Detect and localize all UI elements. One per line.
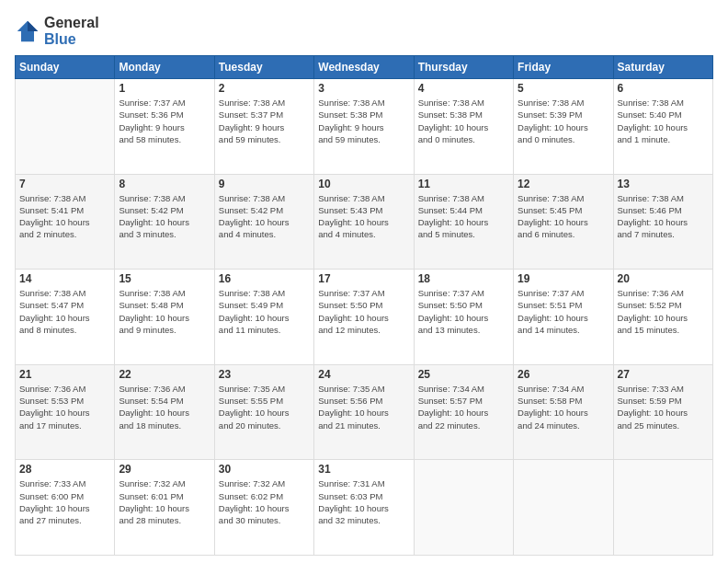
calendar-cell: 6Sunrise: 7:38 AM Sunset: 5:40 PM Daylig… [613, 79, 712, 175]
day-number: 21 [19, 368, 110, 381]
calendar-cell: 26Sunrise: 7:34 AM Sunset: 5:58 PM Dayli… [514, 364, 613, 460]
day-info: Sunrise: 7:38 AM Sunset: 5:42 PM Dayligh… [119, 192, 210, 241]
day-info: Sunrise: 7:32 AM Sunset: 6:01 PM Dayligh… [119, 477, 210, 526]
day-info: Sunrise: 7:35 AM Sunset: 5:55 PM Dayligh… [219, 383, 310, 431]
day-info: Sunrise: 7:38 AM Sunset: 5:43 PM Dayligh… [318, 192, 409, 241]
day-info: Sunrise: 7:38 AM Sunset: 5:44 PM Dayligh… [418, 192, 509, 241]
day-header-thursday: Thursday [414, 56, 513, 79]
calendar-cell: 13Sunrise: 7:38 AM Sunset: 5:46 PM Dayli… [613, 174, 712, 270]
day-header-sunday: Sunday [16, 56, 115, 79]
calendar-cell [16, 79, 115, 175]
day-info: Sunrise: 7:38 AM Sunset: 5:38 PM Dayligh… [318, 97, 409, 145]
day-info: Sunrise: 7:38 AM Sunset: 5:47 PM Dayligh… [19, 287, 110, 336]
day-number: 3 [318, 82, 409, 95]
calendar-cell: 30Sunrise: 7:32 AM Sunset: 6:02 PM Dayli… [214, 460, 313, 556]
day-number: 1 [119, 82, 210, 95]
day-number: 7 [19, 178, 110, 190]
day-number: 19 [518, 272, 609, 285]
day-info: Sunrise: 7:35 AM Sunset: 5:56 PM Dayligh… [318, 383, 409, 431]
calendar-cell: 29Sunrise: 7:32 AM Sunset: 6:01 PM Dayli… [115, 460, 214, 556]
svg-marker-1 [28, 21, 38, 31]
day-number: 16 [219, 272, 310, 285]
day-number: 26 [518, 368, 609, 381]
day-info: Sunrise: 7:37 AM Sunset: 5:51 PM Dayligh… [518, 287, 609, 336]
calendar-week-2: 7Sunrise: 7:38 AM Sunset: 5:41 PM Daylig… [16, 174, 713, 270]
day-number: 22 [119, 368, 210, 381]
calendar-cell: 5Sunrise: 7:38 AM Sunset: 5:39 PM Daylig… [514, 79, 613, 175]
day-number: 5 [518, 82, 609, 95]
calendar-cell: 8Sunrise: 7:38 AM Sunset: 5:42 PM Daylig… [115, 174, 214, 270]
calendar-cell: 16Sunrise: 7:38 AM Sunset: 5:49 PM Dayli… [214, 270, 313, 365]
calendar-cell: 19Sunrise: 7:37 AM Sunset: 5:51 PM Dayli… [514, 270, 613, 365]
day-info: Sunrise: 7:38 AM Sunset: 5:39 PM Dayligh… [518, 97, 609, 145]
logo: General Blue [15, 15, 99, 48]
day-number: 6 [618, 82, 709, 95]
day-info: Sunrise: 7:33 AM Sunset: 5:59 PM Dayligh… [618, 383, 709, 431]
logo-text: General Blue [44, 15, 99, 48]
calendar-header-row: SundayMondayTuesdayWednesdayThursdayFrid… [16, 56, 713, 79]
calendar-cell: 7Sunrise: 7:38 AM Sunset: 5:41 PM Daylig… [16, 174, 115, 270]
calendar-cell [514, 460, 613, 556]
day-number: 15 [119, 272, 210, 285]
day-number: 4 [418, 82, 509, 95]
day-info: Sunrise: 7:38 AM Sunset: 5:41 PM Dayligh… [19, 192, 110, 241]
calendar-cell: 12Sunrise: 7:38 AM Sunset: 5:45 PM Dayli… [514, 174, 613, 270]
day-header-monday: Monday [115, 56, 214, 79]
calendar-cell: 24Sunrise: 7:35 AM Sunset: 5:56 PM Dayli… [314, 364, 414, 460]
calendar-week-4: 21Sunrise: 7:36 AM Sunset: 5:53 PM Dayli… [16, 364, 713, 460]
day-info: Sunrise: 7:37 AM Sunset: 5:36 PM Dayligh… [119, 97, 210, 145]
calendar-week-1: 1Sunrise: 7:37 AM Sunset: 5:36 PM Daylig… [16, 79, 713, 175]
day-number: 9 [219, 178, 310, 190]
calendar-cell: 18Sunrise: 7:37 AM Sunset: 5:50 PM Dayli… [414, 270, 513, 365]
calendar-cell: 28Sunrise: 7:33 AM Sunset: 6:00 PM Dayli… [16, 460, 115, 556]
day-number: 12 [518, 178, 609, 190]
day-info: Sunrise: 7:38 AM Sunset: 5:49 PM Dayligh… [219, 287, 310, 336]
day-info: Sunrise: 7:38 AM Sunset: 5:42 PM Dayligh… [219, 192, 310, 241]
day-header-friday: Friday [514, 56, 613, 79]
calendar-cell: 22Sunrise: 7:36 AM Sunset: 5:54 PM Dayli… [115, 364, 214, 460]
day-info: Sunrise: 7:37 AM Sunset: 5:50 PM Dayligh… [418, 287, 509, 336]
day-number: 27 [618, 368, 709, 381]
calendar-cell: 31Sunrise: 7:31 AM Sunset: 6:03 PM Dayli… [314, 460, 414, 556]
calendar-cell: 11Sunrise: 7:38 AM Sunset: 5:44 PM Dayli… [414, 174, 513, 270]
day-number: 28 [19, 463, 110, 476]
day-info: Sunrise: 7:36 AM Sunset: 5:54 PM Dayligh… [119, 383, 210, 431]
day-header-wednesday: Wednesday [314, 56, 414, 79]
day-info: Sunrise: 7:36 AM Sunset: 5:53 PM Dayligh… [19, 383, 110, 431]
day-info: Sunrise: 7:36 AM Sunset: 5:52 PM Dayligh… [618, 287, 709, 336]
calendar-cell: 4Sunrise: 7:38 AM Sunset: 5:38 PM Daylig… [414, 79, 513, 175]
day-number: 24 [318, 368, 409, 381]
day-number: 13 [618, 178, 709, 190]
calendar-table: SundayMondayTuesdayWednesdayThursdayFrid… [15, 55, 713, 556]
day-info: Sunrise: 7:34 AM Sunset: 5:57 PM Dayligh… [418, 383, 509, 431]
day-header-saturday: Saturday [613, 56, 712, 79]
day-info: Sunrise: 7:33 AM Sunset: 6:00 PM Dayligh… [19, 477, 110, 526]
day-number: 18 [418, 272, 509, 285]
day-info: Sunrise: 7:34 AM Sunset: 5:58 PM Dayligh… [518, 383, 609, 431]
day-number: 10 [318, 178, 409, 190]
calendar-cell: 23Sunrise: 7:35 AM Sunset: 5:55 PM Dayli… [214, 364, 313, 460]
calendar-cell: 10Sunrise: 7:38 AM Sunset: 5:43 PM Dayli… [314, 174, 414, 270]
day-number: 20 [618, 272, 709, 285]
day-number: 30 [219, 463, 310, 476]
day-info: Sunrise: 7:38 AM Sunset: 5:46 PM Dayligh… [618, 192, 709, 241]
day-info: Sunrise: 7:38 AM Sunset: 5:48 PM Dayligh… [119, 287, 210, 336]
calendar-cell: 2Sunrise: 7:38 AM Sunset: 5:37 PM Daylig… [214, 79, 313, 175]
calendar-cell: 14Sunrise: 7:38 AM Sunset: 5:47 PM Dayli… [16, 270, 115, 365]
calendar-cell: 1Sunrise: 7:37 AM Sunset: 5:36 PM Daylig… [115, 79, 214, 175]
calendar-cell: 21Sunrise: 7:36 AM Sunset: 5:53 PM Dayli… [16, 364, 115, 460]
day-info: Sunrise: 7:32 AM Sunset: 6:02 PM Dayligh… [219, 477, 310, 526]
calendar-cell: 17Sunrise: 7:37 AM Sunset: 5:50 PM Dayli… [314, 270, 414, 365]
day-header-tuesday: Tuesday [214, 56, 313, 79]
calendar-cell: 3Sunrise: 7:38 AM Sunset: 5:38 PM Daylig… [314, 79, 414, 175]
calendar-cell: 20Sunrise: 7:36 AM Sunset: 5:52 PM Dayli… [613, 270, 712, 365]
day-number: 29 [119, 463, 210, 476]
calendar-week-3: 14Sunrise: 7:38 AM Sunset: 5:47 PM Dayli… [16, 270, 713, 365]
day-info: Sunrise: 7:31 AM Sunset: 6:03 PM Dayligh… [318, 477, 409, 526]
calendar-week-5: 28Sunrise: 7:33 AM Sunset: 6:00 PM Dayli… [16, 460, 713, 556]
calendar-cell: 27Sunrise: 7:33 AM Sunset: 5:59 PM Dayli… [613, 364, 712, 460]
page: General Blue SundayMondayTuesdayWednesda… [0, 0, 728, 563]
logo-icon [15, 18, 40, 44]
day-number: 23 [219, 368, 310, 381]
day-number: 17 [318, 272, 409, 285]
